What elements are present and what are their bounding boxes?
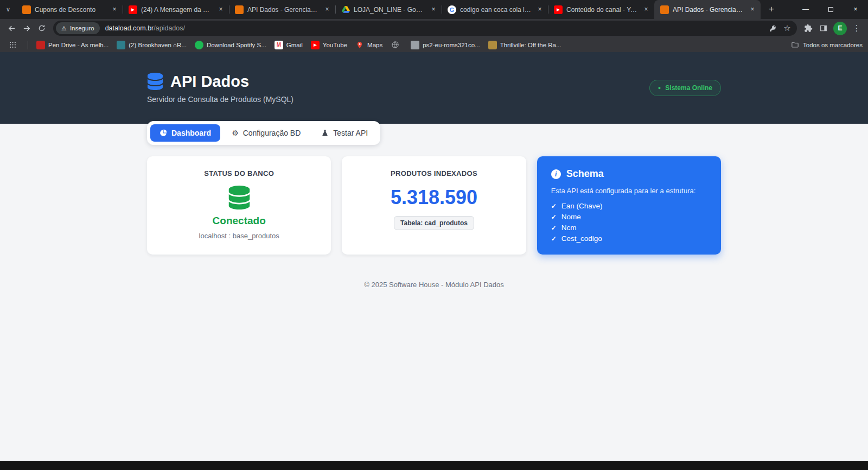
schema-field-name: Ean (Chave) <box>561 202 603 210</box>
browser-menu-icon[interactable]: ⋮ <box>849 21 864 36</box>
bookmark-globe[interactable] <box>391 41 403 49</box>
browser-tabs: Cupons de Desconto × ▶ (24) A Mensagem d… <box>16 0 761 19</box>
bookmark-gmail[interactable]: M Gmail <box>275 41 303 49</box>
tab-title: codigo ean coca cola lata 350m <box>460 6 532 14</box>
warning-icon: ⚠ <box>61 25 67 32</box>
bookmark-thrillville[interactable]: Thrillville: Off the Ra... <box>488 41 561 49</box>
maximize-button[interactable] <box>818 0 843 18</box>
gears-icon: ⚙ <box>232 129 239 137</box>
url-text: dataload.com.br/apidados/ <box>105 24 185 32</box>
close-tab-icon[interactable]: × <box>535 5 544 14</box>
extensions-icon[interactable] <box>801 21 816 36</box>
profile-avatar[interactable]: E <box>833 22 847 35</box>
check-icon: ✓ <box>551 235 557 243</box>
browser-toolbar: ⚠ Inseguro dataload.com.br/apidados/ ☆ E… <box>0 19 868 37</box>
connection-detail: localhost : base_produtos <box>160 232 318 240</box>
play-icon: ▶ <box>131 8 134 11</box>
tab-search-button[interactable]: ∨ <box>0 0 16 19</box>
page-tab-bar: Dashboard ⚙ Configuração BD Testar API <box>147 121 380 145</box>
bookmark-label: ps2-eu-roms321co... <box>423 42 480 48</box>
site-header: API Dados Servidor de Consulta de Produt… <box>0 52 868 124</box>
database-logo-icon <box>147 73 163 90</box>
page-title: API Dados <box>170 73 249 91</box>
close-tab-icon[interactable]: × <box>110 5 119 14</box>
spotify-favicon <box>195 41 203 49</box>
browser-tab-youtube-studio[interactable]: ▶ Conteúdo do canal - YouTube S × <box>548 0 654 19</box>
bookmark-label: Gmail <box>286 42 303 48</box>
bookmark-pen-drive[interactable]: Pen Drive - As melh... <box>36 41 108 49</box>
bookmark-label: Download Spotify S... <box>207 42 266 48</box>
tab-dashboard[interactable]: Dashboard <box>150 124 220 142</box>
browser-tab-youtube-video[interactable]: ▶ (24) A Mensagem da Cruz - J N × <box>123 0 229 19</box>
bookmark-youtube[interactable]: ▶ YouTube <box>311 41 347 49</box>
all-bookmarks-label: Todos os marcadores <box>803 42 863 48</box>
bookmark-favicon <box>488 41 497 49</box>
browser-tab-cupons[interactable]: Cupons de Desconto × <box>16 0 123 19</box>
tab-testar-api[interactable]: Testar API <box>312 124 377 142</box>
bookmark-brookhaven[interactable]: (2) Brookhaven ⌂R... <box>117 41 187 49</box>
youtube-favicon: ▶ <box>129 5 137 14</box>
bookmark-label: Thrillville: Off the Ra... <box>500 42 561 48</box>
address-bar[interactable]: ⚠ Inseguro dataload.com.br/apidados/ ☆ <box>53 21 797 36</box>
tab-title: (24) A Mensagem da Cruz - J N <box>141 6 213 14</box>
schema-field: ✓ Cest_codigo <box>551 234 707 243</box>
bookmark-ps2-roms[interactable]: ps2-eu-roms321co... <box>411 41 480 49</box>
close-tab-icon[interactable]: × <box>216 5 225 14</box>
all-bookmarks-button[interactable]: Todos os marcadores <box>791 41 863 49</box>
site-favicon <box>660 5 669 14</box>
gmail-favicon: M <box>275 41 283 49</box>
schema-card: i Schema Esta API está configurada para … <box>537 156 721 255</box>
tab-configuracao-bd[interactable]: ⚙ Configuração BD <box>222 124 310 142</box>
new-tab-button[interactable]: + <box>764 2 779 17</box>
close-icon: × <box>853 5 857 13</box>
bookmark-favicon <box>411 41 419 49</box>
card-title: PRODUTOS INDEXADOS <box>355 169 513 177</box>
security-label: Inseguro <box>70 25 94 31</box>
close-window-button[interactable]: × <box>843 0 868 18</box>
back-icon <box>7 24 16 33</box>
forward-icon <box>22 24 31 33</box>
schema-field-name: Nome <box>561 213 581 221</box>
check-icon: ✓ <box>551 224 557 232</box>
schema-field: ✓ Ean (Chave) <box>551 202 707 210</box>
minimize-button[interactable]: — <box>793 0 818 18</box>
tab-title: LOJA_ON_LINE - Google Drive <box>354 6 425 14</box>
side-panel-icon[interactable] <box>816 21 831 36</box>
close-tab-icon[interactable]: × <box>429 5 438 14</box>
browser-tab-google-search[interactable]: G codigo ean coca cola lata 350m × <box>442 0 548 19</box>
reload-button[interactable] <box>34 21 49 36</box>
apps-grid-icon[interactable] <box>5 38 20 52</box>
check-icon: ✓ <box>551 213 557 221</box>
back-button[interactable] <box>4 21 19 36</box>
bookmark-star-icon[interactable]: ☆ <box>780 21 794 35</box>
bookmark-favicon <box>36 41 45 49</box>
play-icon: ▶ <box>314 43 316 47</box>
folder-icon <box>791 41 799 49</box>
reload-icon <box>37 24 46 33</box>
schema-field: ✓ Ncm <box>551 224 707 232</box>
page-subtitle: Servidor de Consulta de Produtos (MySQL) <box>147 95 293 104</box>
close-tab-icon[interactable]: × <box>748 5 757 14</box>
forward-button[interactable] <box>19 21 34 36</box>
bookmark-spotify[interactable]: Download Spotify S... <box>195 41 266 49</box>
globe-icon <box>391 41 399 49</box>
play-icon: ▶ <box>557 8 559 11</box>
schema-field-list: ✓ Ean (Chave) ✓ Nome ✓ Ncm ✓ <box>551 202 707 243</box>
close-tab-icon[interactable]: × <box>323 5 331 14</box>
bookmark-label: Maps <box>367 42 382 48</box>
window-controls: — × <box>793 0 868 18</box>
browser-tab-drive[interactable]: LOJA_ON_LINE - Google Drive × <box>335 0 442 19</box>
browser-tab-api-dados-active[interactable]: API Dados - Gerenciador × <box>654 0 761 19</box>
youtube-studio-favicon: ▶ <box>554 5 563 14</box>
youtube-favicon: ▶ <box>311 41 320 49</box>
password-key-icon[interactable] <box>766 21 780 35</box>
close-tab-icon[interactable]: × <box>642 5 650 14</box>
bookmark-maps[interactable]: Maps <box>355 41 382 49</box>
bookmark-favicon <box>117 41 125 49</box>
security-chip[interactable]: ⚠ Inseguro <box>56 22 100 34</box>
url-path: /apidados/ <box>154 24 185 32</box>
bookmarks-bar: Pen Drive - As melh... (2) Brookhaven ⌂R… <box>0 37 868 52</box>
check-icon: ✓ <box>551 202 557 210</box>
tab-label: Testar API <box>333 129 368 137</box>
browser-tab-api-dados-1[interactable]: API Dados - Gerenciador × <box>229 0 335 19</box>
